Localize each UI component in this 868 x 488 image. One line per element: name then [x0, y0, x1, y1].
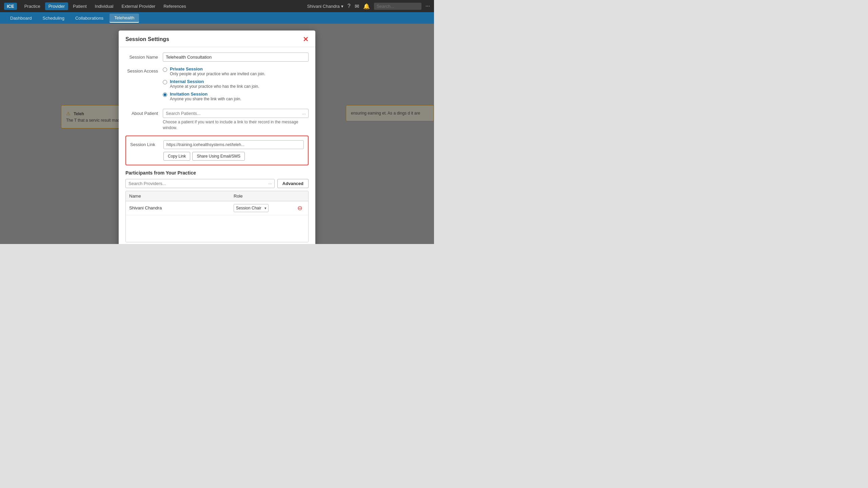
nav-provider[interactable]: Provider	[45, 2, 68, 10]
patient-search-input[interactable]	[163, 109, 309, 118]
table-body: Shivani Chandra Session Chair Participan…	[126, 201, 308, 242]
bell-icon[interactable]: 🔔	[363, 3, 370, 9]
providers-search-row: ··· Advanced	[125, 179, 309, 188]
session-access-control: Private Session Only people at your prac…	[163, 66, 309, 104]
help-icon[interactable]: ?	[348, 3, 351, 9]
sec-nav-telehealth[interactable]: Telehealth	[110, 14, 139, 23]
radio-invitation[interactable]: Invitation Session Anyone you share the …	[163, 92, 309, 101]
role-select-wrapper: Session Chair Participant Observer	[234, 204, 269, 212]
more-options-icon[interactable]: ···	[426, 3, 430, 9]
radio-private-desc: Only people at your practice who are inv…	[170, 72, 265, 76]
session-access-label: Session Access	[125, 66, 163, 74]
app-logo: ICE	[4, 3, 17, 10]
session-link-box: Session Link Copy Link Share Using Email…	[125, 136, 309, 165]
chevron-down-icon: ▾	[341, 4, 343, 9]
secondary-nav: Dashboard Scheduling Collaborations Tele…	[0, 12, 434, 24]
sec-nav-scheduling[interactable]: Scheduling	[38, 14, 69, 22]
radio-private-text: Private Session Only people at your prac…	[170, 66, 265, 76]
providers-search-wrapper: ···	[125, 179, 275, 188]
radio-internal[interactable]: Internal Session Anyone at your practice…	[163, 79, 309, 89]
dialog-header: Session Settings ✕	[119, 30, 315, 47]
providers-search-more-icon[interactable]: ···	[268, 181, 272, 186]
providers-search-input[interactable]	[125, 179, 275, 188]
modal-overlay: Session Settings ✕ Session Name Session …	[0, 24, 434, 244]
session-name-row: Session Name	[125, 53, 309, 62]
radio-internal-input[interactable]	[163, 80, 167, 84]
user-name-text: Shivani Chandra	[307, 4, 340, 9]
participants-section-title: Participants from Your Practice	[125, 170, 309, 176]
participant-name: Shivani Chandra	[129, 205, 234, 210]
patient-help-text: Choose a patient if you want to include …	[163, 119, 309, 131]
session-link-input[interactable]	[163, 140, 304, 149]
session-link-label: Session Link	[130, 142, 161, 147]
nav-practice[interactable]: Practice	[21, 2, 44, 10]
nav-references[interactable]: References	[160, 2, 189, 10]
about-patient-label: About Patient	[125, 109, 163, 116]
participants-table: Name Role Shivani Chandra Session Chair	[125, 191, 309, 242]
radio-internal-text: Internal Session Anyone at your practice…	[170, 79, 259, 89]
radio-private-label: Private Session	[170, 66, 265, 72]
col-action-header	[295, 194, 305, 199]
dialog-title: Session Settings	[125, 36, 169, 42]
remove-participant-button[interactable]: ⊖	[297, 205, 302, 211]
role-select[interactable]: Session Chair Participant Observer	[234, 204, 269, 212]
copy-link-button[interactable]: Copy Link	[163, 152, 190, 161]
close-dialog-button[interactable]: ✕	[303, 36, 309, 43]
dialog-body: Session Name Session Access Private Sess…	[119, 47, 315, 244]
radio-internal-desc: Anyone at your practice who has the link…	[170, 84, 259, 89]
global-search[interactable]	[374, 3, 421, 10]
about-patient-row: About Patient ··· Choose a patient if yo…	[125, 109, 309, 131]
table-row: Shivani Chandra Session Chair Participan…	[126, 201, 308, 215]
nav-individual[interactable]: Individual	[92, 2, 117, 10]
session-name-input[interactable]	[163, 53, 309, 62]
radio-invitation-desc: Anyone you share the link with can join.	[170, 97, 241, 101]
top-nav-right: Shivani Chandra ▾ ? ✉ 🔔 ···	[307, 3, 430, 10]
page-background: ⚠ Teleh The T that a servic result made …	[0, 24, 434, 244]
radio-invitation-text: Invitation Session Anyone you share the …	[170, 92, 241, 101]
radio-invitation-label: Invitation Session	[170, 92, 241, 97]
radio-private[interactable]: Private Session Only people at your prac…	[163, 66, 309, 76]
remove-participant-cell: ⊖	[295, 205, 305, 211]
session-link-buttons: Copy Link Share Using Email/SMS	[130, 152, 304, 161]
advanced-button[interactable]: Advanced	[277, 179, 309, 188]
col-role-header: Role	[234, 194, 295, 199]
session-settings-dialog: Session Settings ✕ Session Name Session …	[119, 30, 315, 244]
participant-role-cell: Session Chair Participant Observer	[234, 204, 295, 212]
session-link-row: Session Link	[130, 140, 304, 149]
nav-external-provider[interactable]: External Provider	[118, 2, 159, 10]
top-nav: ICE Practice Provider Patient Individual…	[0, 0, 434, 12]
user-menu[interactable]: Shivani Chandra ▾	[307, 4, 343, 9]
sec-nav-dashboard[interactable]: Dashboard	[5, 14, 37, 22]
table-header: Name Role	[126, 191, 308, 201]
nav-patient[interactable]: Patient	[70, 2, 90, 10]
patient-search-wrapper: ···	[163, 109, 309, 118]
patient-search-more-icon[interactable]: ···	[302, 111, 306, 116]
session-access-row: Session Access Private Session Only peop…	[125, 66, 309, 104]
radio-internal-label: Internal Session	[170, 79, 259, 84]
col-name-header: Name	[129, 194, 234, 199]
session-name-control	[163, 53, 309, 62]
radio-private-input[interactable]	[163, 67, 167, 72]
about-patient-control: ··· Choose a patient if you want to incl…	[163, 109, 309, 131]
mail-icon[interactable]: ✉	[355, 3, 359, 9]
session-name-label: Session Name	[125, 53, 163, 60]
radio-invitation-input[interactable]	[163, 93, 167, 97]
share-email-sms-button[interactable]: Share Using Email/SMS	[192, 152, 245, 161]
sec-nav-collaborations[interactable]: Collaborations	[71, 14, 108, 22]
